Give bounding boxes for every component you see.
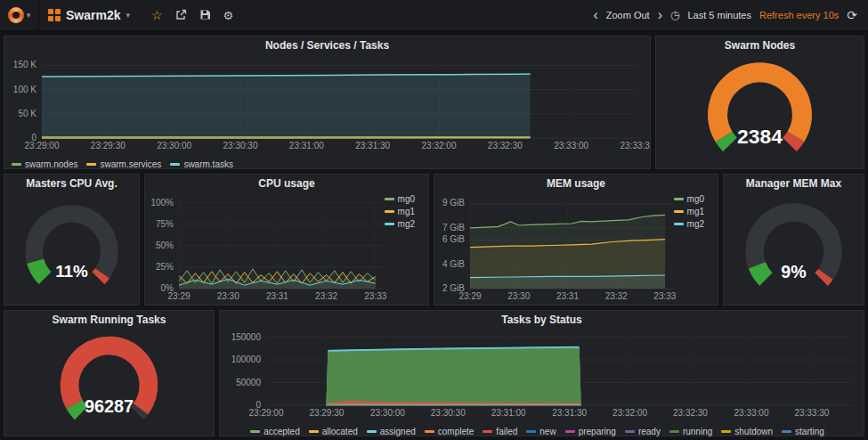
legend-label: complete: [438, 427, 475, 436]
legend-label: mg0: [398, 194, 415, 204]
panel-title[interactable]: MEM usage: [434, 175, 718, 192]
save-icon[interactable]: [199, 9, 211, 22]
legend-item[interactable]: starting: [782, 427, 824, 436]
legend-item[interactable]: mg1: [385, 207, 415, 216]
star-icon[interactable]: ☆: [151, 9, 163, 21]
legend-item[interactable]: mg0: [385, 194, 415, 204]
chevron-down-icon: ▾: [27, 11, 31, 20]
svg-text:9%: 9%: [781, 262, 806, 281]
legend-color-marker: [526, 430, 536, 433]
panel-masters-cpu-avg: Masters CPU Avg. 11%: [4, 174, 140, 306]
panel-swarm-running-tasks: Swarm Running Tasks 96287: [4, 310, 215, 436]
svg-text:23:33:00: 23:33:00: [734, 408, 769, 418]
panel-title[interactable]: Masters CPU Avg.: [4, 175, 139, 192]
legend-item[interactable]: mg1: [674, 207, 704, 216]
legend-item[interactable]: mg2: [674, 219, 704, 229]
panel-title[interactable]: Swarm Nodes: [656, 37, 864, 54]
dashboard-picker[interactable]: Swarm2k ▾: [39, 0, 139, 31]
svg-text:75%: 75%: [156, 219, 174, 229]
svg-text:23:33:30: 23:33:30: [621, 141, 650, 151]
legend-color-marker: [385, 223, 394, 225]
legend-label: mg2: [687, 219, 704, 229]
legend-label: running: [683, 427, 712, 436]
svg-text:50000: 50000: [236, 378, 261, 387]
legend-item[interactable]: ready: [625, 427, 661, 436]
legend-item[interactable]: assigned: [367, 427, 416, 436]
legend-color-marker: [625, 430, 635, 433]
legend-label: shutdown: [734, 427, 773, 436]
panel-title[interactable]: Tasks by Status: [220, 311, 864, 329]
svg-text:100 K: 100 K: [13, 85, 37, 94]
chevron-down-icon: ▾: [126, 11, 130, 20]
refresh-icon[interactable]: ⟳: [847, 8, 857, 22]
legend-item[interactable]: mg0: [674, 194, 704, 204]
panel-title[interactable]: Manager MEM Max: [724, 175, 864, 192]
zoom-out-button[interactable]: Zoom Out: [606, 10, 650, 20]
svg-text:23:31:30: 23:31:30: [552, 408, 587, 418]
panel-title[interactable]: Nodes / Services / Tasks: [4, 37, 650, 54]
masters-cpu-gauge: 11%: [4, 192, 139, 304]
navbar: ▾ Swarm2k ▾ ☆ ⚙ ‹ Zoom Out › ◷ Last 5 mi…: [0, 0, 868, 31]
svg-text:23:31: 23:31: [266, 291, 288, 301]
legend-color-marker: [565, 430, 575, 433]
panel-title[interactable]: CPU usage: [145, 175, 428, 192]
zoom-right-icon[interactable]: ›: [658, 8, 662, 22]
legend-color-marker: [425, 430, 434, 433]
swarm-running-tasks-gauge: 96287: [4, 329, 214, 435]
svg-text:23:33:30: 23:33:30: [794, 408, 829, 418]
legend-item[interactable]: preparing: [565, 427, 616, 436]
legend-item[interactable]: swarm.nodes: [12, 159, 77, 169]
refresh-interval-picker[interactable]: Refresh every 10s: [759, 10, 839, 20]
legend-color-marker: [669, 430, 679, 433]
gear-icon[interactable]: ⚙: [223, 10, 234, 21]
time-range-picker[interactable]: Last 5 minutes: [687, 10, 751, 20]
svg-text:50%: 50%: [156, 240, 174, 250]
swarm-nodes-gauge: 2384: [656, 54, 864, 167]
legend-label: swarm.tasks: [183, 159, 233, 169]
panel-title[interactable]: Swarm Running Tasks: [4, 311, 214, 329]
grafana-logo-icon: [8, 7, 24, 23]
legend-label: swarm.nodes: [25, 159, 77, 169]
svg-text:23:31:00: 23:31:00: [289, 141, 324, 151]
dashboard-title: Swarm2k: [66, 8, 120, 22]
legend-label: allocated: [322, 427, 358, 436]
chart-legend: swarm.nodesswarm.servicesswarm.tasks: [4, 153, 650, 167]
legend-label: accepted: [264, 427, 300, 436]
svg-text:150000: 150000: [231, 332, 262, 342]
legend-color-marker: [385, 198, 394, 200]
legend-item[interactable]: shutdown: [721, 427, 773, 436]
zoom-left-icon[interactable]: ‹: [593, 8, 597, 22]
legend-item[interactable]: allocated: [309, 427, 358, 436]
legend-item[interactable]: mg2: [385, 219, 415, 229]
legend-item[interactable]: complete: [425, 427, 475, 436]
svg-text:23:33:00: 23:33:00: [554, 141, 588, 151]
legend-label: new: [539, 427, 556, 436]
legend-item[interactable]: failed: [483, 427, 517, 436]
tasks-by-status-chart[interactable]: 15000010000050000023:29:0023:29:3023:30:…: [220, 329, 864, 420]
legend-color-marker: [170, 163, 180, 166]
legend-item[interactable]: swarm.tasks: [170, 159, 233, 169]
svg-text:23:29:30: 23:29:30: [91, 141, 126, 151]
svg-text:23:32:30: 23:32:30: [673, 408, 708, 418]
panel-cpu-usage: CPU usage 100%75%50%25%0%23:2923:3023:31…: [144, 174, 429, 306]
grafana-menu-button[interactable]: ▾: [0, 0, 39, 31]
legend-color-marker: [367, 430, 377, 433]
legend-item[interactable]: new: [526, 427, 556, 436]
legend-item[interactable]: accepted: [250, 427, 300, 436]
nodes-services-tasks-chart[interactable]: 150 K100 K50 K023:29:0023:29:3023:30:002…: [4, 54, 650, 153]
svg-text:9 GiB: 9 GiB: [442, 198, 465, 208]
share-icon[interactable]: [175, 9, 187, 22]
manager-mem-gauge: 9%: [724, 192, 864, 304]
panel-mem-usage: MEM usage 9 GiB7 GiB6 GiB4 GiB2 GiB23:29…: [434, 174, 718, 306]
svg-text:23:32:30: 23:32:30: [488, 141, 523, 151]
svg-text:100%: 100%: [150, 198, 174, 208]
legend-label: starting: [795, 427, 824, 436]
legend-item[interactable]: running: [669, 427, 712, 436]
clock-icon: ◷: [670, 9, 679, 21]
legend-label: ready: [638, 427, 661, 436]
svg-text:23:29: 23:29: [458, 291, 481, 301]
legend-item[interactable]: swarm.services: [86, 159, 161, 169]
legend-color-marker: [483, 430, 492, 433]
panel-swarm-nodes: Swarm Nodes 2384: [655, 36, 864, 169]
svg-text:23:29:00: 23:29:00: [25, 141, 60, 151]
